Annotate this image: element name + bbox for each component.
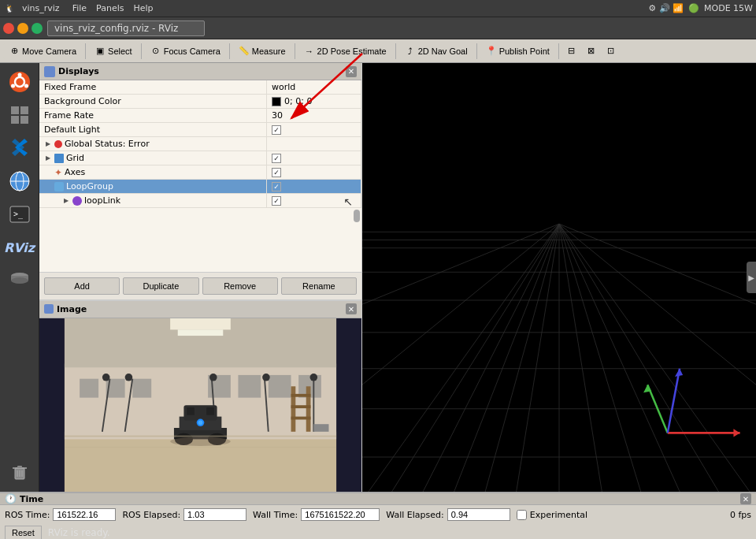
svg-rect-52 [291, 405, 311, 408]
time-close-button[interactable]: ✕ [740, 493, 751, 504]
svg-rect-6 [20, 106, 28, 114]
window-controls[interactable] [3, 23, 43, 34]
2d-nav-goal-button[interactable]: ⤴ 2D Nav Goal [399, 43, 473, 59]
reset-button[interactable]: Reset [5, 526, 42, 539]
view3d[interactable]: ◀ [362, 63, 756, 492]
grid-arrow[interactable]: ▶ [44, 154, 52, 162]
svg-rect-51 [291, 393, 311, 396]
tree-cell-axes[interactable]: ✦ Axes [39, 165, 267, 179]
svg-point-66 [170, 437, 231, 446]
cursor-indicator: ↖ [343, 195, 353, 208]
move-icon: ⊕ [9, 46, 20, 57]
displays-tree[interactable]: Fixed Frame world Background Color 0; 0;… [39, 80, 361, 272]
sidebar-terminal-icon[interactable]: >_ [4, 199, 35, 230]
tree-cell-grid-checkbox[interactable] [267, 151, 361, 165]
grid-checkbox[interactable] [272, 154, 281, 163]
sidebar-browser-icon[interactable] [4, 165, 35, 197]
ros-time-input[interactable] [53, 508, 116, 521]
svg-rect-50 [306, 386, 311, 432]
mode-text: MODE 15W [704, 3, 753, 13]
svg-rect-32 [80, 378, 98, 397]
duplicate-button[interactable]: Duplicate [123, 277, 198, 295]
tree-cell-loopgroup[interactable]: LoopGroup [39, 180, 267, 193]
svg-rect-57 [187, 407, 195, 415]
tree-cell-loopgroup-checkbox[interactable] [267, 180, 361, 193]
trash-icon [9, 462, 31, 484]
select-button[interactable]: ▣ Select [89, 43, 138, 59]
2d-pose-estimate-button[interactable]: → 2D Pose Estimate [298, 43, 392, 59]
sidebar-rviz-icon[interactable]: RViz [4, 232, 35, 263]
add-button[interactable]: Add [44, 277, 120, 295]
tree-cell-looplink[interactable]: ▶ loopLink [39, 194, 267, 207]
collapse-handle-right[interactable]: ▶ [747, 262, 756, 293]
menu-help[interactable]: Help [133, 3, 153, 13]
move-camera-button[interactable]: ⊕ Move Camera [3, 43, 82, 59]
tree-scrollbar[interactable] [39, 208, 361, 224]
svg-point-4 [11, 84, 15, 88]
scrollbar-thumb[interactable] [354, 210, 360, 222]
menu-file[interactable]: File [72, 3, 87, 13]
tree-cell-looplink-checkbox[interactable]: ↖ [267, 194, 361, 207]
looplink-checkbox[interactable] [272, 196, 281, 206]
loopgroup-checkbox[interactable] [272, 182, 281, 191]
tree-cell-fixed-frame-value[interactable]: world [267, 80, 361, 94]
fps-display: 0 fps [730, 510, 751, 520]
svg-rect-37 [269, 374, 291, 397]
tree-cell-axes-checkbox[interactable] [267, 165, 361, 179]
menu-panels[interactable]: Panels [96, 3, 124, 13]
toolbar-sep-5 [395, 43, 396, 59]
sidebar-trash-icon[interactable] [4, 457, 35, 489]
tree-cell-frame-rate-name: Frame Rate [39, 109, 267, 122]
displays-close-button[interactable]: ✕ [346, 66, 357, 77]
minimize-button[interactable] [17, 23, 28, 34]
image-panel-title: Image [57, 304, 87, 314]
global-status-arrow[interactable]: ▶ [44, 140, 52, 148]
toolbar-sep-7 [558, 43, 559, 59]
looplink-icon [72, 196, 82, 206]
tree-cell-global-status[interactable]: ▶ Global Status: Error [39, 137, 267, 151]
toolbar-extra-2[interactable]: ⊠ [582, 43, 600, 58]
rviz-status: RViz is ready. [48, 527, 110, 538]
app-menu[interactable]: File Panels Help [72, 3, 154, 13]
svg-rect-53 [291, 416, 311, 419]
wall-elapsed-input[interactable] [447, 508, 510, 521]
vscode-icon [9, 137, 31, 159]
sidebar-panel-icon[interactable] [4, 99, 35, 131]
close-button[interactable] [3, 23, 14, 34]
sidebar-ubuntu-icon[interactable] [4, 66, 35, 98]
measure-button[interactable]: 📏 Measure [233, 43, 291, 59]
image-panel-close[interactable]: ✕ [346, 303, 357, 314]
rename-button[interactable]: Rename [281, 277, 357, 295]
browser-icon [9, 170, 31, 192]
tree-cell-default-light-value[interactable] [267, 123, 361, 136]
focus-camera-button[interactable]: ⊙ Focus Camera [145, 43, 226, 59]
time-bar-header: 🕐 Time ✕ [0, 493, 756, 505]
sidebar-storage-icon[interactable] [4, 265, 35, 296]
experimental-checkbox[interactable] [517, 510, 527, 520]
axes-checkbox[interactable] [272, 168, 281, 177]
svg-point-42 [125, 373, 133, 381]
tree-cell-frame-rate-value[interactable]: 30 [267, 109, 361, 122]
tree-cell-grid[interactable]: ▶ Grid [39, 151, 267, 165]
remove-button[interactable]: Remove [202, 277, 278, 295]
tree-cell-bg-color-value[interactable]: 0; 0; 0 [267, 95, 361, 108]
ros-elapsed-group: ROS Elapsed: [122, 508, 246, 521]
toolbar-extra-3[interactable]: ⊡ [602, 43, 620, 58]
time-bar-content: ROS Time: ROS Elapsed: Wall Time: Wall E… [0, 505, 756, 524]
wall-time-input[interactable] [301, 508, 380, 521]
toolbar-sep-2 [141, 43, 142, 59]
svg-rect-30 [170, 318, 231, 329]
3d-grid-svg [362, 63, 756, 492]
publish-point-button[interactable]: 📍 Publish Point [480, 43, 555, 59]
sidebar-vscode-icon[interactable] [4, 132, 35, 164]
tree-row-loopgroup[interactable]: LoopGroup [39, 180, 361, 194]
tree-row-axes: ✦ Axes [39, 165, 361, 180]
maximize-button[interactable] [32, 23, 43, 34]
displays-panel-icon [44, 66, 55, 77]
toolbar-extra-1[interactable]: ⊟ [562, 43, 580, 58]
svg-rect-5 [11, 106, 19, 114]
looplink-arrow[interactable]: ▶ [62, 197, 70, 205]
bg-color-swatch [272, 97, 281, 106]
default-light-checkbox[interactable] [272, 125, 281, 135]
ros-elapsed-input[interactable] [183, 508, 246, 521]
